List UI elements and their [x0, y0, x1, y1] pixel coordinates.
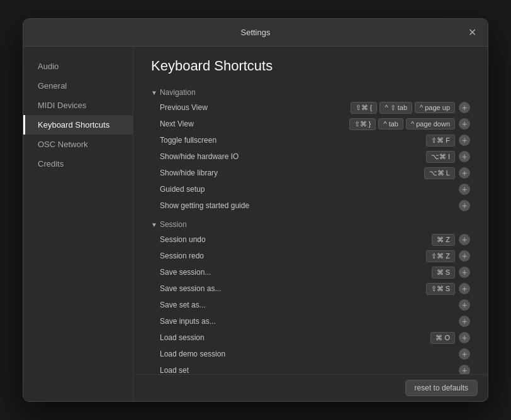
shortcut-label: Toggle fullscreen: [160, 136, 426, 145]
shortcut-keys: ⌥⌘ L: [424, 167, 455, 179]
add-shortcut-button[interactable]: +: [459, 135, 470, 146]
shortcut-label: Load session: [160, 333, 430, 342]
content-footer: reset to defaults: [133, 374, 488, 401]
shortcut-label: Session redo: [160, 251, 426, 260]
sidebar: AudioGeneralMIDI DevicesKeyboard Shortcu…: [23, 47, 133, 401]
table-row: Save inputs as...+: [151, 313, 470, 329]
key-badge: ⇧⌘ F: [426, 135, 455, 146]
modal-body: AudioGeneralMIDI DevicesKeyboard Shortcu…: [23, 47, 488, 401]
add-shortcut-button[interactable]: +: [459, 316, 470, 327]
shortcut-keys: ⌥⌘ I: [426, 151, 455, 163]
add-shortcut-button[interactable]: +: [459, 151, 470, 162]
shortcut-label: Guided setup: [160, 185, 455, 194]
shortcut-keys: ⌘ S: [432, 267, 455, 279]
sidebar-item-midi-devices[interactable]: MIDI Devices: [23, 96, 133, 115]
shortcut-keys: ⌘ Z: [432, 234, 455, 246]
add-shortcut-button[interactable]: +: [459, 348, 470, 360]
table-row: Toggle fullscreen⇧⌘ F+: [151, 132, 470, 148]
shortcut-keys: ⇧⌘ Z: [426, 250, 455, 262]
shortcut-label: Next View: [160, 119, 349, 128]
shortcut-label: Save inputs as...: [160, 317, 455, 326]
key-badge: ^ ⇧ tab: [379, 102, 412, 114]
sidebar-item-keyboard-shortcuts[interactable]: Keyboard Shortcuts: [23, 115, 133, 135]
table-row: Show/hide hardware IO⌥⌘ I+: [151, 148, 470, 165]
add-shortcut-button[interactable]: +: [459, 283, 470, 294]
shortcut-label: Show/hide hardware IO: [160, 152, 426, 161]
key-badge: ⇧⌘ {: [351, 102, 378, 114]
table-row: Session redo⇧⌘ Z+: [151, 248, 470, 264]
sidebar-item-general[interactable]: General: [23, 76, 133, 96]
shortcut-label: Previous View: [160, 103, 351, 112]
shortcut-label: Save session as...: [160, 284, 426, 293]
table-row: Save set as...+: [151, 297, 470, 313]
table-row: Load set+: [151, 362, 470, 374]
shortcut-label: Show/hide library: [160, 169, 424, 177]
key-badge: ⇧⌘ }: [349, 118, 376, 130]
shortcut-keys: ⌘ O: [430, 332, 455, 344]
add-shortcut-button[interactable]: +: [459, 267, 470, 278]
sidebar-item-osc-network[interactable]: OSC Network: [23, 135, 133, 154]
key-badge: ⌘ Z: [432, 234, 455, 246]
section-header-navigation[interactable]: ▼Navigation: [151, 88, 470, 97]
shortcut-label: Load demo session: [160, 350, 455, 358]
table-row: Load demo session+: [151, 346, 470, 362]
key-badge: ^ page up: [415, 102, 455, 113]
table-row: Save session...⌘ S+: [151, 264, 470, 280]
title-bar: Settings ✕: [23, 19, 488, 47]
shortcut-keys: ⇧⌘ {^ ⇧ tab^ page up: [351, 102, 455, 114]
table-row: Next View⇧⌘ }^ tab^ page down+: [151, 116, 470, 132]
content-header: Keyboard Shortcuts: [133, 47, 488, 82]
table-row: Load session⌘ O+: [151, 329, 470, 346]
shortcut-keys: ⇧⌘ F: [426, 135, 455, 146]
main-content: Keyboard Shortcuts ▼NavigationPrevious V…: [133, 47, 488, 401]
shortcut-label: Save set as...: [160, 301, 455, 309]
add-shortcut-button[interactable]: +: [459, 102, 470, 113]
key-badge: ⌥⌘ I: [426, 151, 455, 163]
add-shortcut-button[interactable]: +: [459, 234, 470, 245]
shortcut-label: Save session...: [160, 268, 432, 277]
shortcuts-list: ▼NavigationPrevious View⇧⌘ {^ ⇧ tab^ pag…: [133, 82, 488, 374]
key-badge: ^ tab: [378, 118, 403, 130]
shortcut-label: Show getting started guide: [160, 201, 455, 210]
shortcut-keys: ⇧⌘ S: [426, 283, 455, 295]
page-title: Keyboard Shortcuts: [151, 58, 470, 74]
add-shortcut-button[interactable]: +: [459, 118, 470, 130]
table-row: Guided setup+: [151, 181, 470, 197]
sidebar-item-audio[interactable]: Audio: [23, 57, 133, 76]
key-badge: ⌘ O: [430, 332, 455, 344]
table-row: Save session as...⇧⌘ S+: [151, 280, 470, 297]
modal-title: Settings: [241, 28, 271, 37]
sidebar-item-credits[interactable]: Credits: [23, 154, 133, 174]
add-shortcut-button[interactable]: +: [459, 184, 470, 195]
key-badge: ^ page down: [406, 118, 455, 130]
section-header-session[interactable]: ▼Session: [151, 220, 470, 229]
section-arrow: ▼: [151, 89, 157, 96]
shortcut-label: Session undo: [160, 235, 432, 244]
add-shortcut-button[interactable]: +: [459, 365, 470, 374]
shortcut-label: Load set: [160, 366, 455, 374]
add-shortcut-button[interactable]: +: [459, 299, 470, 311]
settings-modal: Settings ✕ AudioGeneralMIDI DevicesKeybo…: [23, 18, 488, 402]
key-badge: ⌘ S: [432, 267, 455, 279]
table-row: Show getting started guide+: [151, 197, 470, 214]
section-arrow: ▼: [151, 221, 157, 228]
key-badge: ⌥⌘ L: [424, 167, 455, 179]
reset-defaults-button[interactable]: reset to defaults: [405, 380, 478, 396]
shortcut-keys: ⇧⌘ }^ tab^ page down: [349, 118, 455, 130]
add-shortcut-button[interactable]: +: [459, 250, 470, 262]
add-shortcut-button[interactable]: +: [459, 200, 470, 211]
table-row: Previous View⇧⌘ {^ ⇧ tab^ page up+: [151, 99, 470, 116]
section-label: Session: [160, 220, 187, 229]
add-shortcut-button[interactable]: +: [459, 332, 470, 343]
close-button[interactable]: ✕: [465, 26, 479, 40]
section-label: Navigation: [160, 88, 196, 97]
add-shortcut-button[interactable]: +: [459, 167, 470, 179]
key-badge: ⇧⌘ S: [426, 283, 455, 295]
table-row: Session undo⌘ Z+: [151, 231, 470, 248]
key-badge: ⇧⌘ Z: [426, 250, 455, 262]
table-row: Show/hide library⌥⌘ L+: [151, 165, 470, 181]
